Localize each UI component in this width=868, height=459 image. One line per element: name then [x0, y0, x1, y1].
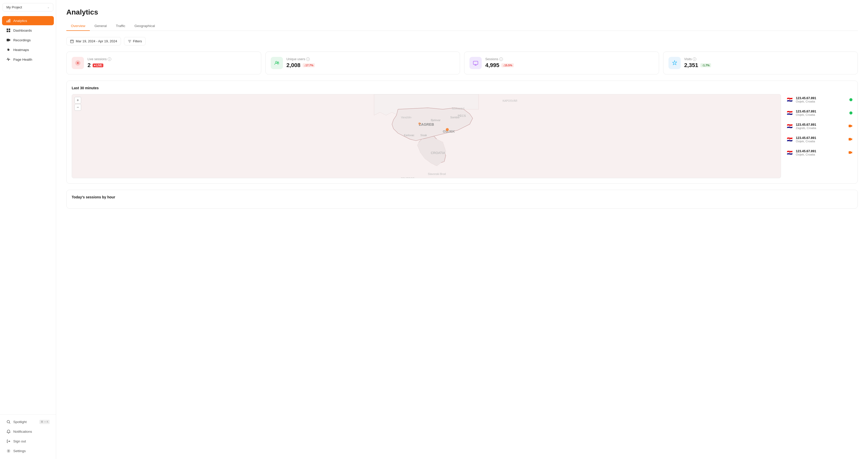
sidebar-item-sign-out[interactable]: Sign out: [2, 436, 54, 446]
session-flag-5: 🇭🇷: [786, 149, 793, 156]
svg-point-19: [77, 62, 79, 64]
svg-rect-1: [8, 20, 9, 23]
session-flag-4: 🇭🇷: [786, 136, 793, 143]
svg-point-8: [7, 420, 9, 423]
svg-rect-12: [70, 40, 73, 43]
sessions-by-hour-title: Today's sessions by hour: [72, 195, 852, 199]
session-loc-5: Osijek, Croatia: [796, 153, 846, 156]
tab-general[interactable]: General: [90, 22, 111, 31]
sidebar: My Project ⌄ Analytics: [0, 0, 56, 459]
page-title: Analytics: [66, 8, 858, 16]
session-ip-3: 123.45.67.891: [796, 123, 846, 127]
project-selector[interactable]: My Project ⌄: [3, 3, 53, 11]
session-item-4[interactable]: 🇭🇷 123.45.67.891 Osijek, Croatia: [786, 134, 852, 145]
toolbar: Mar 19, 2024 - Apr 19, 2024 Filters: [66, 37, 858, 45]
svg-rect-0: [7, 21, 7, 23]
session-ip-4: 123.45.67.891: [796, 136, 846, 140]
svg-point-22: [275, 61, 277, 63]
grid-icon: [6, 28, 11, 33]
stat-card-sessions: Sessions i 4,995 ↓15.5%: [464, 52, 659, 74]
svg-text:KAPOSVÁR: KAPOSVÁR: [503, 99, 518, 102]
map-zoom-out[interactable]: −: [74, 104, 81, 111]
sessions-list: 🇭🇷 123.45.67.891 Osijek, Croatia 🇭🇷 123.…: [786, 94, 852, 178]
svg-text:PÉCS: PÉCS: [458, 114, 466, 117]
visits-value: 2,351: [684, 62, 698, 69]
svg-text:Karlovac: Karlovac: [404, 134, 414, 137]
svg-text:OSIJEK: OSIJEK: [443, 130, 455, 133]
tabs-bar: Overview General Traffic Geographical: [66, 22, 858, 31]
sidebar-item-page-health[interactable]: Page Health: [2, 55, 54, 64]
map-section: Last 30 minutes + −: [66, 80, 858, 184]
session-item-1[interactable]: 🇭🇷 123.45.67.891 Osijek, Croatia: [786, 94, 852, 105]
map-zoom-in[interactable]: +: [74, 97, 81, 103]
tab-traffic[interactable]: Traffic: [111, 22, 130, 31]
unique-users-label: Unique users: [286, 57, 305, 61]
search-icon: [6, 420, 11, 424]
live-sessions-value: 2: [88, 62, 91, 69]
session-item-5[interactable]: 🇭🇷 123.45.67.891 Osijek, Croatia: [786, 147, 852, 158]
stat-cards: Live sessions i 2 LIVE: [66, 52, 858, 74]
sidebar-item-notifications[interactable]: Notifications: [2, 427, 54, 436]
session-recording-icon-5: [848, 151, 852, 155]
map-controls: + −: [74, 97, 81, 111]
tab-overview[interactable]: Overview: [66, 22, 90, 31]
live-dot: [94, 65, 95, 66]
date-range-filter[interactable]: Mar 19, 2024 - Apr 19, 2024: [66, 37, 121, 45]
svg-point-11: [8, 450, 9, 451]
svg-rect-7: [7, 39, 9, 41]
session-item-2[interactable]: 🇭🇷 123.45.67.891 Osijek, Croatia: [786, 107, 852, 119]
sidebar-analytics-label: Analytics: [13, 19, 27, 23]
map-area: + − ZAGREB Karlovac: [72, 94, 781, 178]
stat-card-live-sessions: Live sessions i 2 LIVE: [66, 52, 261, 74]
session-ip-2: 123.45.67.891: [796, 110, 847, 113]
chevron-down-icon: ⌄: [47, 6, 50, 9]
sidebar-dashboards-label: Dashboards: [13, 29, 32, 32]
sidebar-notifications-label: Notifications: [13, 430, 32, 433]
filter-label: Filters: [133, 39, 142, 43]
filter-icon: [128, 39, 131, 43]
unique-users-trend: ↓17.7%: [303, 63, 315, 67]
svg-rect-46: [848, 138, 851, 140]
svg-rect-45: [848, 125, 851, 127]
live-sessions-info-icon: i: [108, 57, 111, 61]
svg-rect-6: [9, 31, 10, 32]
visits-icon: [669, 57, 681, 69]
main-content: Analytics Overview General Traffic Geogr…: [56, 0, 868, 459]
sidebar-item-analytics[interactable]: Analytics: [2, 16, 54, 25]
sessions-by-hour-section: Today's sessions by hour: [66, 190, 858, 208]
calendar-icon: [70, 39, 74, 43]
sidebar-item-recordings[interactable]: Recordings: [2, 35, 54, 45]
map-svg: ZAGREB Karlovac Sisak Bjelovar Varaždin·…: [72, 94, 781, 178]
session-loc-2: Osijek, Croatia: [796, 113, 847, 116]
map-container: + − ZAGREB Karlovac: [72, 94, 852, 178]
stat-card-unique-users: Unique users i 2,008 ↓17.7%: [265, 52, 460, 74]
signout-icon: [6, 439, 11, 444]
session-status-2: [849, 111, 852, 114]
nav-items: Analytics Dashboards Recordings: [0, 15, 56, 414]
session-ip-5: 123.45.67.891: [796, 150, 846, 153]
sidebar-item-spotlight[interactable]: Spotlight ⌘ + K: [2, 417, 54, 426]
svg-point-44: [418, 122, 421, 125]
video-icon: [6, 38, 11, 42]
filters-button[interactable]: Filters: [124, 37, 146, 45]
svg-point-43: [446, 128, 449, 131]
sidebar-item-heatmaps[interactable]: Heatmaps: [2, 45, 54, 54]
live-sessions-label: Live sessions: [88, 57, 107, 61]
svg-text:Varaždin·: Varaždin·: [401, 116, 412, 119]
sidebar-item-dashboards[interactable]: Dashboards: [2, 26, 54, 35]
live-text: LIVE: [96, 64, 102, 67]
session-recording-icon-3: [848, 124, 852, 129]
svg-rect-5: [7, 31, 8, 32]
svg-rect-2: [9, 19, 10, 23]
fire-icon: [6, 47, 11, 52]
sidebar-item-settings[interactable]: Settings: [2, 446, 54, 455]
tab-geographical[interactable]: Geographical: [130, 22, 159, 31]
date-range-text: Mar 19, 2024 - Apr 19, 2024: [76, 39, 117, 43]
visits-info-icon: i: [693, 57, 696, 61]
map-section-title: Last 30 minutes: [72, 86, 852, 90]
session-loc-3: Zagreb, Croatia: [796, 127, 846, 130]
visits-label: Visits: [684, 57, 692, 61]
session-item-3[interactable]: 🇭🇷 123.45.67.891 Zagreb, Croatia: [786, 121, 852, 132]
session-loc-4: Osijek, Croatia: [796, 140, 846, 143]
svg-text:PRIJEDOR: PRIJEDOR: [401, 177, 414, 178]
